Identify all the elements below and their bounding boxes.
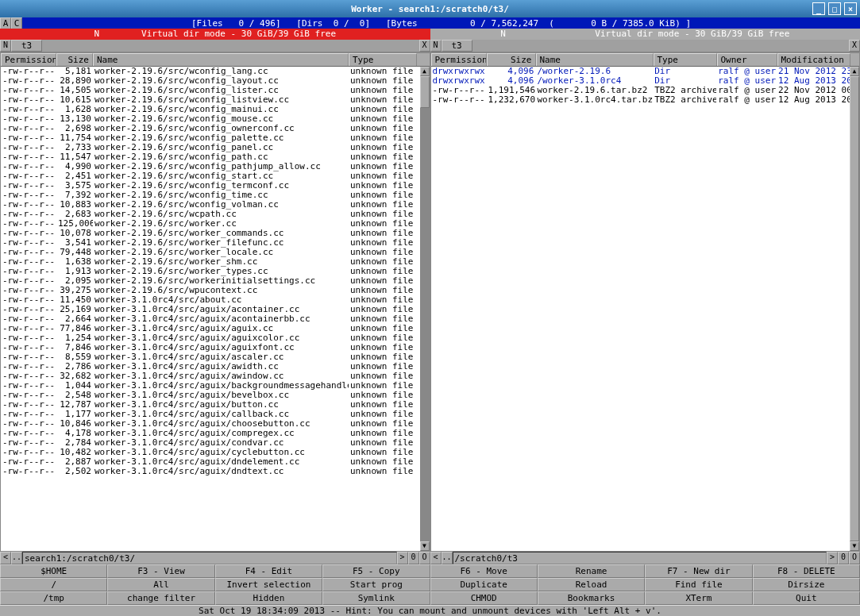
scroll-thumb[interactable] bbox=[850, 76, 859, 541]
file-row[interactable]: -rw-r--r--1,044worker-3.1.0rc4/src/aguix… bbox=[1, 381, 420, 391]
fn-button[interactable]: / bbox=[0, 578, 107, 591]
fn-button[interactable]: F7 - New dir bbox=[645, 564, 752, 578]
fn-button[interactable]: Bookmarks bbox=[538, 591, 645, 605]
tab-right[interactable]: t3 bbox=[442, 40, 472, 52]
scroll-down-icon[interactable]: ▼ bbox=[850, 541, 859, 551]
file-row[interactable]: drwxrwxrwx4,096/worker-3.1.0rc4Dirralf @… bbox=[431, 76, 850, 86]
left-arrow-right-icon[interactable]: .. bbox=[11, 552, 22, 564]
file-row[interactable]: -rw-r--r--1,191,546worker-2.19.6.tar.bz2… bbox=[431, 86, 850, 95]
maximize-icon[interactable]: □ bbox=[828, 2, 841, 15]
file-row[interactable]: -rw-r--r--2,095worker-2.19.6/src/workeri… bbox=[1, 276, 420, 286]
file-row[interactable]: -rw-r--r--1,232,670worker-3.1.0rc4.tar.b… bbox=[431, 95, 850, 105]
file-row[interactable]: -rw-r--r--10,482worker-3.1.0rc4/src/agui… bbox=[1, 448, 420, 457]
tab-new-left[interactable]: N bbox=[0, 40, 11, 52]
file-row[interactable]: -rw-r--r--8,559worker-3.1.0rc4/src/aguix… bbox=[1, 352, 420, 362]
right-root-button[interactable]: O bbox=[849, 552, 860, 564]
file-row[interactable]: -rw-r--r--28,890worker-2.19.6/src/wconfi… bbox=[1, 76, 420, 86]
left-scrollbar[interactable]: ▲ ▼ bbox=[420, 67, 430, 551]
file-row[interactable]: -rw-r--r--2,502worker-3.1.0rc4/src/aguix… bbox=[1, 467, 420, 476]
fn-button[interactable]: XTerm bbox=[645, 591, 752, 605]
file-row[interactable]: -rw-r--r--10,078worker-2.19.6/src/worker… bbox=[1, 229, 420, 238]
right-up-button[interactable]: 0 bbox=[838, 552, 849, 564]
file-row[interactable]: -rw-r--r--25,169worker-3.1.0rc4/src/agui… bbox=[1, 305, 420, 314]
file-row[interactable]: -rw-r--r--2,548worker-3.1.0rc4/src/aguix… bbox=[1, 391, 420, 400]
fn-button[interactable]: Find file bbox=[645, 578, 752, 591]
file-row[interactable]: -rw-r--r--10,615worker-2.19.6/src/wconfi… bbox=[1, 95, 420, 105]
scroll-thumb[interactable] bbox=[420, 76, 430, 108]
file-row[interactable]: -rw-r--r--4,990worker-2.19.6/src/wconfig… bbox=[1, 162, 420, 171]
fn-button[interactable]: F6 - Move bbox=[430, 564, 538, 578]
fn-button[interactable]: F8 - DELETE bbox=[753, 564, 860, 578]
fn-button[interactable]: Quit bbox=[753, 591, 860, 605]
file-row[interactable]: -rw-r--r--11,547worker-2.19.6/src/wconfi… bbox=[1, 152, 420, 162]
file-row[interactable]: -rw-r--r--11,450worker-3.1.0rc4/src/abou… bbox=[1, 295, 420, 305]
file-row[interactable]: -rw-r--r--14,505worker-2.19.6/src/wconfi… bbox=[1, 86, 420, 95]
file-row[interactable]: -rw-r--r--2,887worker-3.1.0rc4/src/aguix… bbox=[1, 457, 420, 467]
file-row[interactable]: -rw-r--r--2,784worker-3.1.0rc4/src/aguix… bbox=[1, 438, 420, 448]
left-history-icon[interactable]: > bbox=[397, 552, 408, 564]
fn-button[interactable]: change filter bbox=[107, 591, 214, 605]
scroll-up-icon[interactable]: ▲ bbox=[420, 67, 430, 76]
file-row[interactable]: drwxrwxrwx4,096/worker-2.19.6Dirralf @ u… bbox=[431, 67, 850, 76]
file-row[interactable]: -rw-r--r--1,638worker-2.19.6/src/worker_… bbox=[1, 257, 420, 267]
col-owner[interactable]: Owner bbox=[717, 53, 777, 66]
file-row[interactable]: -rw-r--r--11,754worker-2.19.6/src/wconfi… bbox=[1, 133, 420, 143]
col-name[interactable]: Name bbox=[536, 53, 654, 66]
col-modification[interactable]: Modification ti bbox=[777, 53, 850, 66]
close-icon[interactable]: × bbox=[844, 2, 857, 15]
right-arrow-right-icon[interactable]: .. bbox=[442, 552, 453, 564]
file-row[interactable]: -rw-r--r--3,575worker-2.19.6/src/wconfig… bbox=[1, 181, 420, 191]
col-name[interactable]: Name bbox=[93, 53, 349, 66]
file-row[interactable]: -rw-r--r--2,786worker-3.1.0rc4/src/aguix… bbox=[1, 362, 420, 372]
file-row[interactable]: -rw-r--r--125,006worker-2.19.6/src/worke… bbox=[1, 219, 420, 229]
file-row[interactable]: -rw-r--r--2,698worker-2.19.6/src/wconfig… bbox=[1, 124, 420, 133]
file-row[interactable]: -rw-r--r--2,683worker-2.19.6/src/wcpath.… bbox=[1, 210, 420, 219]
minimize-icon[interactable]: _ bbox=[812, 2, 825, 15]
tab-left[interactable]: t3 bbox=[11, 40, 42, 52]
fn-button[interactable]: CHMOD bbox=[430, 591, 538, 605]
fn-button[interactable]: Start prog bbox=[322, 578, 430, 591]
tab-new-right[interactable]: N bbox=[430, 40, 442, 52]
file-row[interactable]: -rw-r--r--79,448worker-2.19.6/src/worker… bbox=[1, 248, 420, 257]
left-arrow-left-icon[interactable]: < bbox=[0, 552, 11, 564]
right-history-icon[interactable]: > bbox=[827, 552, 838, 564]
fn-button[interactable]: F3 - View bbox=[107, 564, 214, 578]
col-permission[interactable]: Permission bbox=[431, 53, 487, 66]
fn-button[interactable]: All bbox=[107, 578, 214, 591]
fn-button[interactable]: $HOME bbox=[0, 564, 107, 578]
file-row[interactable]: -rw-r--r--13,130worker-2.19.6/src/wconfi… bbox=[1, 114, 420, 124]
tab-close-right[interactable]: X bbox=[849, 40, 860, 52]
col-size[interactable]: Size bbox=[56, 53, 93, 66]
fn-button[interactable]: Hidden bbox=[215, 591, 322, 605]
file-row[interactable]: -rw-r--r--32,682worker-3.1.0rc4/src/agui… bbox=[1, 372, 420, 381]
left-root-button[interactable]: O bbox=[419, 552, 430, 564]
file-row[interactable]: -rw-r--r--3,541worker-2.19.6/src/worker_… bbox=[1, 238, 420, 248]
file-row[interactable]: -rw-r--r--2,451worker-2.19.6/src/wconfig… bbox=[1, 171, 420, 181]
file-row[interactable]: -rw-r--r--2,664worker-3.1.0rc4/src/aguix… bbox=[1, 314, 420, 324]
left-up-button[interactable]: 0 bbox=[408, 552, 419, 564]
titlebar[interactable]: Worker - search1:/scratch0/t3/ _ □ × bbox=[0, 0, 860, 17]
file-row[interactable]: -rw-r--r--7,392worker-2.19.6/src/wconfig… bbox=[1, 191, 420, 200]
file-row[interactable]: -rw-r--r--39,275worker-2.19.6/src/wpucon… bbox=[1, 286, 420, 295]
file-row[interactable]: -rw-r--r--12,787worker-3.1.0rc4/src/agui… bbox=[1, 400, 420, 410]
fn-button[interactable]: /tmp bbox=[0, 591, 107, 605]
fn-button[interactable]: Duplicate bbox=[430, 578, 538, 591]
file-row[interactable]: -rw-r--r--1,177worker-3.1.0rc4/src/aguix… bbox=[1, 410, 420, 419]
right-arrow-left-icon[interactable]: < bbox=[430, 552, 442, 564]
tab-close-left[interactable]: X bbox=[419, 40, 430, 52]
left-file-list[interactable]: -rw-r--r--5,181worker-2.19.6/src/wconfig… bbox=[1, 67, 420, 551]
fn-button[interactable]: Rename bbox=[538, 564, 645, 578]
file-row[interactable]: -rw-r--r--2,733worker-2.19.6/src/wconfig… bbox=[1, 143, 420, 152]
file-row[interactable]: -rw-r--r--77,846worker-3.1.0rc4/src/agui… bbox=[1, 324, 420, 333]
fn-button[interactable]: Symlink bbox=[322, 591, 430, 605]
file-row[interactable]: -rw-r--r--10,846worker-3.1.0rc4/src/agui… bbox=[1, 419, 420, 429]
file-row[interactable]: -rw-r--r--10,883worker-2.19.6/src/wconfi… bbox=[1, 200, 420, 210]
file-row[interactable]: -rw-r--r--7,846worker-3.1.0rc4/src/aguix… bbox=[1, 343, 420, 352]
file-row[interactable]: -rw-r--r--1,913worker-2.19.6/src/worker_… bbox=[1, 267, 420, 276]
file-row[interactable]: -rw-r--r--5,181worker-2.19.6/src/wconfig… bbox=[1, 67, 420, 76]
col-size[interactable]: Size bbox=[487, 53, 536, 66]
fn-button[interactable]: Reload bbox=[538, 578, 645, 591]
scroll-down-icon[interactable]: ▼ bbox=[420, 541, 430, 551]
fn-button[interactable]: F4 - Edit bbox=[215, 564, 322, 578]
col-permission[interactable]: Permission bbox=[1, 53, 56, 66]
